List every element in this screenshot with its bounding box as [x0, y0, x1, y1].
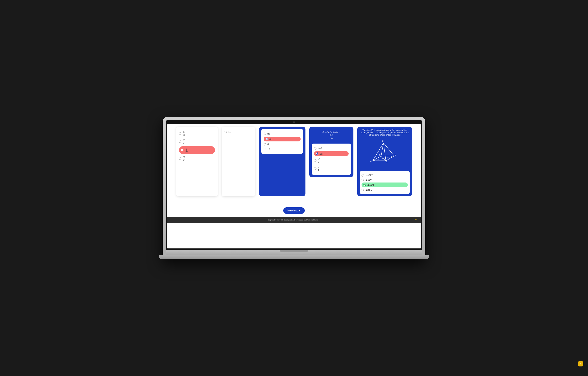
radio-unselected[interactable] — [179, 132, 181, 135]
option-value: 16 — [228, 131, 231, 133]
card-number-options-wrap: 98 43 0 — [259, 127, 305, 196]
card-simplify-fraction: Simplify the fraction : 6a² 24a — [309, 127, 353, 177]
button-area: New test ✦ — [167, 204, 421, 217]
option-value: ∠BSD — [365, 188, 373, 191]
questions-area: 311 2345 — [167, 124, 421, 204]
new-test-button[interactable]: New test ✦ — [283, 207, 305, 214]
svg-line-6 — [373, 156, 394, 161]
simplify-fraction-display: 6a² 24a — [314, 134, 349, 140]
option-value: 3135 — [185, 147, 188, 153]
radio-unselected[interactable] — [362, 179, 364, 181]
options-list-3: 98 43 0 — [264, 131, 301, 151]
option-value: 43 — [269, 138, 272, 141]
option-item[interactable]: 98 — [264, 131, 301, 136]
radio-unselected[interactable] — [362, 189, 364, 191]
radio-selected[interactable] — [316, 152, 318, 155]
option-item[interactable]: 2345 — [179, 138, 215, 146]
options-list-2: 16 — [225, 130, 252, 134]
radio-unselected[interactable] — [179, 141, 181, 143]
footer-icon: ✦ — [415, 218, 417, 221]
option-value: a4 — [318, 166, 319, 172]
option-item[interactable]: ∠SDC — [362, 173, 408, 177]
radio-unselected[interactable] — [264, 133, 266, 135]
option-item[interactable]: 16 — [225, 130, 252, 134]
laptop-hinge — [280, 250, 308, 252]
simplify-question-text: Simplify the fraction : — [314, 131, 349, 133]
option-item[interactable]: a²4 — [314, 156, 349, 165]
option-value: 0 — [268, 143, 269, 146]
radio-unselected[interactable] — [264, 143, 266, 145]
option-value: 98 — [268, 132, 270, 135]
svg-text:S: S — [382, 140, 383, 142]
radio-selected[interactable] — [181, 149, 183, 151]
options-list-4: 4a² 2a a²4 — [314, 146, 349, 173]
option-value: 2345 — [183, 139, 185, 145]
screen-bezel: 311 2345 — [166, 120, 422, 250]
options-list-1: 311 2345 — [179, 130, 215, 163]
option-selected-item[interactable]: 43 — [264, 137, 301, 141]
page-content: 311 2345 — [167, 124, 421, 248]
radio-selected[interactable] — [266, 138, 268, 140]
card-geometry: The line SB is perpendicular to the plan… — [357, 127, 412, 196]
option-item[interactable]: 4a² — [314, 146, 349, 151]
geometry-svg: S B C A D — [366, 138, 404, 169]
svg-text:A: A — [370, 160, 371, 162]
card-simple-partial: 16 — [222, 127, 255, 196]
simplify-options: 4a² 2a a²4 — [312, 144, 351, 175]
option-correct-item[interactable]: ∠SDB — [362, 183, 408, 187]
options-list-5: ∠SDC ∠SDA ∠SDB — [362, 173, 408, 192]
radio-unselected[interactable] — [179, 157, 181, 160]
laptop-outer: 311 2345 — [163, 117, 425, 259]
radio-unselected[interactable] — [362, 174, 364, 177]
option-item[interactable]: −1 — [264, 147, 301, 151]
geometry-diagram: S B C A D — [360, 138, 410, 169]
radio-correct[interactable] — [363, 184, 366, 186]
card-number-options: 98 43 0 — [261, 129, 303, 154]
screen[interactable]: 311 2345 — [167, 124, 421, 248]
option-item[interactable]: 0 — [264, 142, 301, 147]
camera — [293, 121, 295, 123]
footer-copyright: Copyright © 2024. Designed & Developed b… — [268, 219, 318, 221]
svg-text:D: D — [386, 161, 387, 163]
option-value: 311 — [183, 131, 185, 137]
option-item[interactable]: ∠BSD — [362, 188, 408, 192]
option-value: ∠SDA — [365, 178, 373, 181]
option-value: 2a — [320, 152, 323, 155]
radio-unselected[interactable] — [264, 148, 266, 150]
svg-text:B: B — [379, 154, 380, 156]
option-value: ∠SDB — [367, 183, 374, 186]
new-test-label: New test ✦ — [288, 209, 301, 212]
option-item[interactable]: a4 — [314, 165, 349, 173]
footer: Copyright © 2024. Designed & Developed b… — [167, 217, 421, 223]
option-item[interactable]: ∠SDA — [362, 177, 408, 182]
card-fraction-partial: 311 2345 — [176, 127, 218, 196]
radio-unselected[interactable] — [314, 147, 316, 150]
option-value: −1 — [268, 148, 271, 151]
radio-unselected[interactable] — [314, 159, 316, 162]
geometry-options: ∠SDC ∠SDA ∠SDB — [360, 171, 410, 194]
option-selected-item[interactable]: 2a — [314, 151, 349, 156]
option-item[interactable]: 2245 — [179, 155, 215, 163]
option-value: 4a² — [318, 147, 322, 150]
svg-text:C: C — [394, 154, 396, 156]
radio-unselected[interactable] — [225, 131, 227, 133]
radio-unselected[interactable] — [314, 167, 316, 170]
laptop-bottom — [159, 255, 429, 259]
geometry-question-text: The line SB is perpendicular to the plan… — [360, 129, 410, 136]
laptop-base — [166, 250, 422, 255]
option-item[interactable]: 311 — [179, 130, 215, 138]
option-selected-item[interactable]: 3135 — [179, 146, 215, 154]
option-value: ∠SDC — [365, 174, 373, 177]
option-value: a²4 — [318, 157, 320, 164]
option-value: 2245 — [183, 155, 185, 162]
